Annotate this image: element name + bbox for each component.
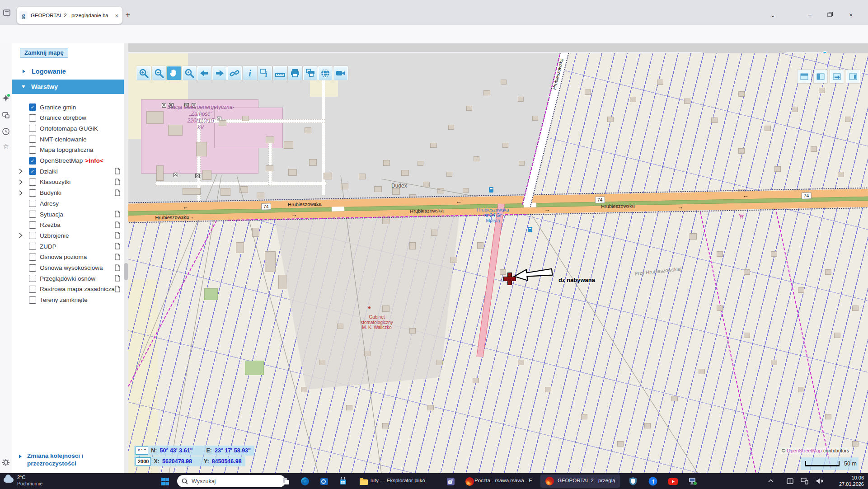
tool-prev-view-button[interactable] <box>197 66 211 80</box>
tool-measure-button[interactable] <box>273 66 287 80</box>
document-icon[interactable] <box>115 211 120 217</box>
tool-print-area-button[interactable] <box>303 66 318 80</box>
layer-checkbox[interactable] <box>29 275 36 282</box>
tab-manager-icon[interactable] <box>3 9 11 17</box>
layer-checkbox[interactable] <box>29 146 36 154</box>
document-icon[interactable] <box>115 232 120 239</box>
layer-checkbox[interactable] <box>29 221 36 229</box>
layer-checkbox[interactable] <box>29 211 36 218</box>
layer-checkbox[interactable] <box>29 125 36 132</box>
edge-icon[interactable] <box>299 475 311 487</box>
tool-pan-button[interactable] <box>167 66 181 80</box>
layer-checkbox[interactable] <box>29 200 36 207</box>
weather-desc[interactable]: Pochmurnie <box>17 481 42 486</box>
scrollbar-thumb[interactable] <box>124 263 128 280</box>
tool-link-button[interactable] <box>227 66 242 80</box>
sidebar-scrollbar[interactable] <box>124 43 128 473</box>
layer-info-link[interactable]: >Info< <box>85 157 103 164</box>
document-icon[interactable] <box>115 221 120 228</box>
expand-chevron-icon[interactable] <box>19 190 23 196</box>
layout-left-button[interactable] <box>814 70 827 83</box>
tool-info-box-button[interactable]: i <box>258 66 272 80</box>
layer-checkbox[interactable] <box>29 114 36 122</box>
window-minimize-button[interactable]: − <box>802 10 817 20</box>
window-close-button[interactable]: × <box>843 10 859 20</box>
teams-icon[interactable]: T <box>445 475 456 487</box>
tool-zoom-extent-button[interactable] <box>182 66 197 80</box>
file-explorer-icon[interactable] <box>358 475 370 487</box>
bookmarks-star-icon[interactable]: ☆ <box>2 142 10 150</box>
scale-denominator-input[interactable]: 2000 <box>136 457 151 465</box>
close-map-button[interactable]: Zamknij mapę <box>20 48 68 58</box>
layout-right-button[interactable] <box>846 70 860 83</box>
expand-chevron-icon[interactable] <box>19 179 23 185</box>
mail-window-label[interactable]: Poczta - rsawa rsawa - F <box>474 478 537 483</box>
document-icon[interactable] <box>115 275 120 282</box>
tool-zoom-in-button[interactable] <box>136 66 151 80</box>
expand-chevron-icon[interactable] <box>19 169 23 174</box>
document-icon[interactable] <box>115 264 120 271</box>
start-button[interactable] <box>159 475 171 487</box>
layer-checkbox[interactable] <box>29 254 36 261</box>
layer-checkbox[interactable] <box>29 296 36 304</box>
document-icon[interactable] <box>115 189 120 196</box>
layer-checkbox[interactable] <box>29 136 36 143</box>
geoportal-window-button[interactable]: GEOPORTAL 2 - przeglą <box>540 475 620 488</box>
firefox-icon[interactable] <box>464 475 475 487</box>
taskbar-search-input[interactable]: Wyszukaj <box>177 475 286 487</box>
antivirus-shield-icon[interactable] <box>627 475 639 487</box>
layer-checkbox[interactable] <box>29 179 36 186</box>
new-tab-button[interactable]: + <box>121 8 135 22</box>
taskbar-clock[interactable]: 10:06 27.01.2026 <box>834 475 864 487</box>
layer-checkbox[interactable]: ✓ <box>29 168 36 175</box>
network-devices-icon[interactable] <box>801 477 809 485</box>
layout-arrow-right-button[interactable] <box>830 70 844 83</box>
layer-checkbox[interactable]: ✓ <box>29 157 36 165</box>
document-icon[interactable] <box>115 286 120 292</box>
layer-checkbox[interactable] <box>29 264 36 272</box>
expand-chevron-icon[interactable] <box>19 233 23 238</box>
layer-checkbox[interactable] <box>29 189 36 197</box>
synced-tabs-icon[interactable] <box>2 111 10 119</box>
browser-tab[interactable]: g GEOPORTAL 2 - przeglądanie ba × <box>17 7 122 24</box>
tool-print-button[interactable] <box>288 66 302 80</box>
facebook-icon[interactable]: f <box>647 475 659 487</box>
settings-gear-icon[interactable] <box>2 458 10 466</box>
layout-top-button[interactable] <box>798 70 811 83</box>
openstreetmap-link[interactable]: OpenStreetMap <box>787 448 822 453</box>
history-clock-icon[interactable] <box>2 127 10 136</box>
tab-close-icon[interactable]: × <box>113 12 120 19</box>
volume-muted-icon[interactable] <box>816 478 824 484</box>
weather-cloud-icon[interactable] <box>4 477 14 483</box>
window-restore-button[interactable] <box>822 10 838 20</box>
document-icon[interactable] <box>115 168 120 174</box>
map-canvas[interactable]: Stacja elektroenergetyczna-„Zamość” 220/… <box>128 53 868 473</box>
tray-window-icon[interactable] <box>786 477 794 485</box>
ai-sparkle-icon[interactable] <box>2 94 10 102</box>
layer-checkbox[interactable] <box>29 286 36 293</box>
tray-expand-chevron-icon[interactable] <box>768 479 774 483</box>
weather-temp[interactable]: 2°C <box>17 475 25 480</box>
tool-camera-button[interactable] <box>333 66 348 80</box>
document-icon[interactable] <box>115 254 120 260</box>
tool-next-view-button[interactable] <box>212 66 227 80</box>
degrees-format-button[interactable]: ° ' " <box>136 447 148 455</box>
layer-checkbox[interactable] <box>29 243 36 250</box>
layer-checkbox[interactable]: ✓ <box>29 103 36 111</box>
menu-warstwy[interactable]: Warstwy <box>12 80 124 94</box>
remote-desktop-icon[interactable] <box>687 475 699 487</box>
explorer-window-label[interactable]: luty — Eksplorator plikó <box>371 478 426 483</box>
tool-zoom-out-button[interactable] <box>152 66 166 80</box>
outlook-icon[interactable] <box>318 475 330 487</box>
document-icon[interactable] <box>115 179 120 185</box>
tool-info-button[interactable]: i <box>243 66 257 80</box>
microsoft-store-icon[interactable] <box>337 475 349 487</box>
youtube-icon[interactable] <box>667 475 679 487</box>
document-icon[interactable] <box>115 243 120 249</box>
layer-order-link[interactable]: Zmiana kolejności i przezroczystości <box>27 452 84 467</box>
tab-list-chevron-icon[interactable]: ⌄ <box>765 10 780 20</box>
task-view-button[interactable] <box>280 475 292 487</box>
tool-globe-button[interactable] <box>318 66 333 80</box>
layer-checkbox[interactable] <box>29 232 36 239</box>
menu-logowanie[interactable]: Logowanie <box>12 64 124 79</box>
